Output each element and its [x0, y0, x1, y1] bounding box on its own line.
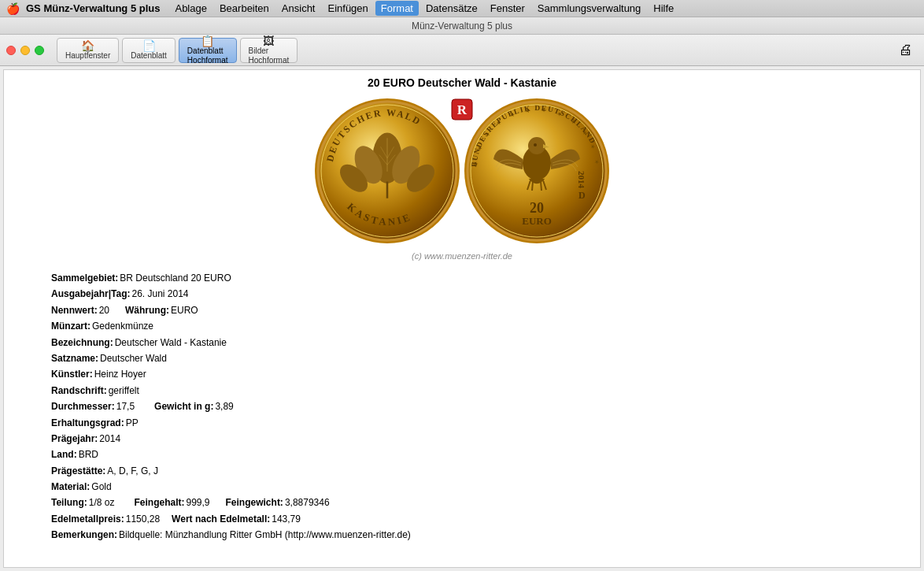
print-button[interactable]: 🖨: [894, 39, 918, 62]
teilung-label: Teilung:: [51, 495, 87, 510]
bezeichnung-label: Bezeichnung:: [51, 335, 113, 350]
detail-row-sammelgebiet: Sammelgebiet: BR Deutschland 20 EURO: [51, 270, 907, 286]
satzname-value: Deutscher Wald: [100, 350, 167, 366]
durchmesser-value: 17,5: [116, 399, 135, 414]
menu-bar: 🍎 GS Münz-Verwaltung 5 plus Ablage Bearb…: [0, 0, 924, 17]
detail-row-erhaltungsgrad: Erhaltungsgrad: PP: [51, 415, 907, 431]
tab-datenblatt-hf-label: DatenblattHochformat: [187, 46, 228, 65]
window-title: Münz-Verwaltung 5 plus: [412, 20, 512, 32]
edelmetallpreis-value: 1150,28: [126, 511, 160, 527]
randschrift-label: Randschrift:: [51, 383, 107, 399]
svg-text:20: 20: [530, 200, 544, 216]
ausgabejahr-value: 26. Juni 2014: [131, 286, 188, 302]
print-icon: 🖨: [899, 42, 913, 58]
land-label: Land:: [51, 447, 77, 462]
kuenstler-label: Künstler:: [51, 366, 93, 382]
detail-row-teilung: Teilung: 1/8 oz Feingehalt: 999,9 Feinge…: [51, 495, 907, 510]
menu-ansicht[interactable]: Ansicht: [276, 1, 321, 16]
menu-hilfe[interactable]: Hilfe: [648, 1, 679, 16]
svg-point-37: [528, 137, 545, 154]
feingewicht-value: 3,8879346: [285, 495, 330, 510]
bemerkungen-label: Bemerkungen:: [51, 527, 117, 543]
sammelgebiet-value: BR Deutschland 20 EURO: [120, 270, 231, 286]
detail-row-edelmetall: Edelmetallpreis: 1150,28 Wert nach Edelm…: [51, 511, 907, 527]
svg-text:2014: 2014: [577, 171, 586, 189]
detail-row-durchmesser: Durchmesser: 17,5 Gewicht in g: 3,89: [51, 399, 907, 414]
coin-right: ★ ★ ★ ★ ★ ★ ★ ★ ★ ★ ★ ★ BUNDESREPUBLIK D…: [462, 96, 612, 246]
sammelgebiet-label: Sammelgebiet:: [51, 270, 118, 286]
menu-ablage[interactable]: Ablage: [169, 1, 212, 16]
menu-format[interactable]: Format: [375, 1, 419, 16]
wert-nach-edel-label: Wert nach Edelmetall:: [172, 511, 270, 527]
menu-datensaetze[interactable]: Datensätze: [420, 1, 483, 16]
svg-text:R: R: [457, 102, 468, 117]
tab-datenblatt[interactable]: 📄 Datenblatt: [122, 38, 176, 63]
close-button[interactable]: [6, 46, 16, 55]
minimize-button[interactable]: [20, 46, 30, 55]
tab-bilder-hochformat[interactable]: 🖼 BilderHochformat: [240, 38, 298, 63]
feingewicht-label: Feingewicht:: [226, 495, 283, 510]
waehrung-label: Währung:: [125, 302, 169, 318]
title-bar: Münz-Verwaltung 5 plus: [0, 17, 924, 35]
menu-fenster[interactable]: Fenster: [485, 1, 530, 16]
detail-row-nennwert: Nennwert: 20 Währung: EURO: [51, 302, 907, 318]
tab-datenblatt-hochformat[interactable]: 📋 DatenblattHochformat: [179, 38, 237, 63]
erhaltungsgrad-label: Erhaltungsgrad:: [51, 415, 124, 431]
material-value: Gold: [91, 479, 111, 495]
window-controls: [6, 46, 44, 55]
ritter-badge: R: [451, 98, 473, 124]
coin-title: 20 EURO Deutscher Wald - Kastanie: [4, 70, 920, 92]
app-name: GS Münz-Verwaltung 5 plus: [26, 2, 160, 14]
menu-einfuegen[interactable]: Einfügen: [322, 1, 373, 16]
details-section: Sammelgebiet: BR Deutschland 20 EURO Aus…: [4, 267, 920, 551]
detail-row-praegestaette: Prägestätte: A, D, F, G, J: [51, 463, 907, 479]
toolbar: 🏠 Hauptfenster 📄 Datenblatt 📋 Datenblatt…: [0, 35, 924, 66]
maximize-button[interactable]: [35, 46, 44, 55]
menu-bearbeiten[interactable]: Bearbeiten: [214, 1, 275, 16]
apple-logo-icon: 🍎: [6, 2, 20, 15]
erhaltungsgrad-value: PP: [126, 415, 139, 431]
feingehalt-value: 999,9: [187, 495, 210, 510]
waehrung-value: EURO: [171, 302, 198, 318]
detail-row-praegejahr: Prägejahr: 2014: [51, 431, 907, 447]
randschrift-value: geriffelt: [109, 383, 139, 399]
wert-nach-edel-value: 143,79: [272, 511, 301, 527]
hauptfenster-icon: 🏠: [81, 40, 94, 51]
datenblatt-icon: 📄: [142, 40, 156, 51]
watermark: (c) www.muenzen-ritter.de: [4, 251, 920, 261]
detail-row-bezeichnung: Bezeichnung: Deutscher Wald - Kastanie: [51, 335, 907, 350]
tab-bilder-hf-label: BilderHochformat: [249, 46, 290, 65]
durchmesser-label: Durchmesser:: [51, 399, 115, 414]
muenzart-value: Gedenkmünze: [92, 318, 153, 334]
bilder-hf-icon: 🖼: [263, 35, 274, 46]
coin-images-area: R: [4, 92, 920, 250]
gewicht-label: Gewicht in g:: [154, 399, 213, 414]
ausgabejahr-label: Ausgabejahr|Tag:: [51, 286, 130, 302]
tab-hauptfenster[interactable]: 🏠 Hauptfenster: [57, 38, 119, 63]
detail-row-bemerkungen: Bemerkungen: Bildquelle: Münzhandlung Ri…: [51, 527, 907, 543]
bezeichnung-value: Deutscher Wald - Kastanie: [115, 335, 227, 350]
praegestaette-label: Prägestätte:: [51, 463, 105, 479]
gewicht-value: 3,89: [215, 399, 233, 414]
svg-text:EURO: EURO: [522, 215, 552, 227]
menu-sammlungsverwaltung[interactable]: Sammlungsverwaltung: [532, 1, 647, 16]
bemerkungen-value: Bildquelle: Münzhandlung Ritter GmbH (ht…: [119, 527, 411, 543]
feingehalt-label: Feingehalt:: [134, 495, 184, 510]
kuenstler-value: Heinz Hoyer: [94, 366, 146, 382]
praegejahr-label: Prägejahr:: [51, 431, 98, 447]
detail-row-muenzart: Münzart: Gedenkmünze: [51, 318, 907, 334]
main-content: 20 EURO Deutscher Wald - Kastanie R: [3, 69, 921, 568]
detail-row-material: Material: Gold: [51, 479, 907, 495]
material-label: Material:: [51, 479, 90, 495]
teilung-value: 1/8 oz: [89, 495, 115, 510]
land-value: BRD: [79, 447, 98, 462]
praegestaette-value: A, D, F, G, J: [107, 463, 158, 479]
praegejahr-value: 2014: [99, 431, 120, 447]
tab-datenblatt-label: Datenblatt: [131, 51, 167, 61]
coin-left: DEUTSCHER WALD: [312, 96, 462, 246]
datenblatt-hf-icon: 📋: [201, 35, 214, 46]
detail-row-kuenstler: Künstler: Heinz Hoyer: [51, 366, 907, 382]
detail-row-land: Land: BRD: [51, 447, 907, 462]
detail-row-ausgabejahr: Ausgabejahr|Tag: 26. Juni 2014: [51, 286, 907, 302]
tab-hauptfenster-label: Hauptfenster: [65, 51, 110, 61]
